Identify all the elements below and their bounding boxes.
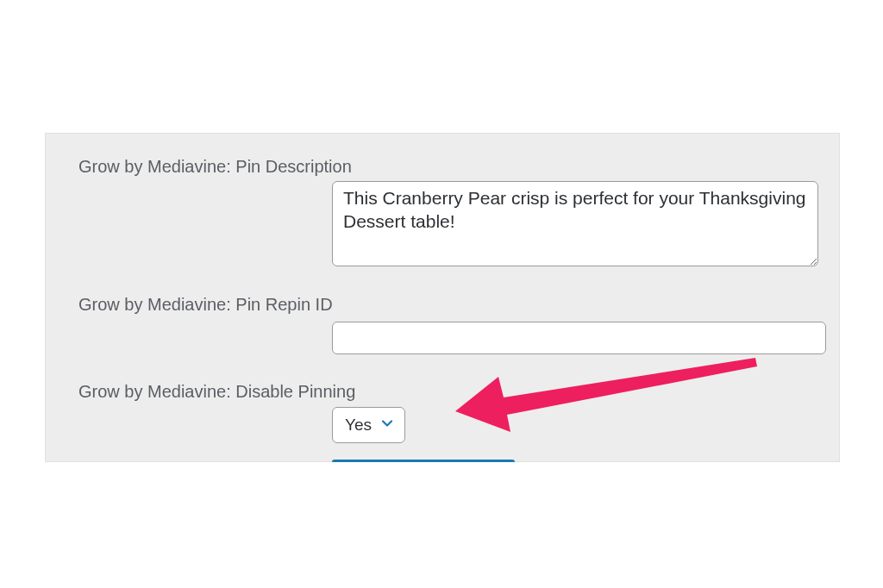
pin-description-textarea[interactable] (332, 181, 818, 266)
pin-description-label: Grow by Mediavine: Pin Description (78, 157, 352, 177)
disable-pinning-selected-value: Yes (345, 416, 372, 435)
disable-pinning-select[interactable]: Yes (332, 407, 405, 443)
pin-repin-id-label: Grow by Mediavine: Pin Repin ID (78, 295, 333, 315)
annotation-arrow-icon (455, 358, 757, 440)
pin-repin-id-input[interactable] (332, 322, 826, 354)
settings-panel: Grow by Mediavine: Pin Description Grow … (45, 133, 840, 462)
partial-button-edge (332, 460, 515, 462)
disable-pinning-label: Grow by Mediavine: Disable Pinning (78, 382, 355, 402)
chevron-down-icon (380, 416, 394, 434)
